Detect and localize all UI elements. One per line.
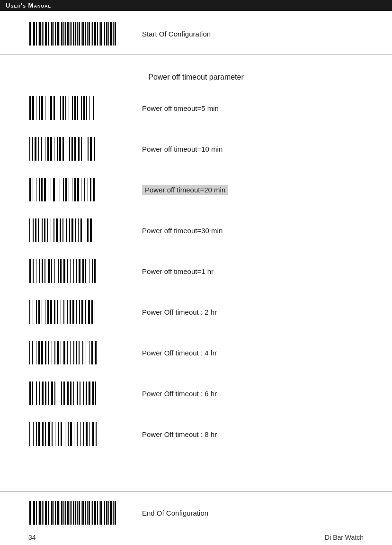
svg-rect-99 xyxy=(63,178,64,201)
svg-rect-251 xyxy=(48,501,49,525)
svg-rect-198 xyxy=(29,382,31,405)
svg-rect-13 xyxy=(55,22,56,45)
svg-rect-127 xyxy=(80,218,82,242)
section-title: Power off timeout parameter xyxy=(28,73,364,82)
svg-rect-88 xyxy=(29,178,31,201)
svg-rect-158 xyxy=(42,300,42,324)
svg-rect-174 xyxy=(91,300,93,324)
svg-rect-184 xyxy=(54,341,55,364)
barcode-container-2 xyxy=(28,135,123,163)
svg-rect-279 xyxy=(103,501,103,525)
svg-rect-236 xyxy=(80,422,81,446)
svg-rect-119 xyxy=(56,218,58,242)
svg-rect-166 xyxy=(67,300,68,324)
svg-rect-205 xyxy=(51,382,53,405)
svg-rect-140 xyxy=(54,259,55,283)
svg-rect-214 xyxy=(80,382,80,405)
svg-rect-114 xyxy=(42,218,43,242)
svg-rect-172 xyxy=(85,300,86,324)
svg-rect-10 xyxy=(50,22,50,45)
svg-rect-124 xyxy=(71,218,73,242)
header-bar: User's Manual xyxy=(0,0,392,11)
svg-rect-199 xyxy=(32,382,33,405)
barcode-row: Power off timeout=10 min xyxy=(28,131,364,167)
svg-rect-112 xyxy=(35,218,36,242)
svg-rect-265 xyxy=(75,501,76,525)
svg-rect-47 xyxy=(39,96,40,120)
svg-rect-274 xyxy=(92,501,93,525)
barcode-container-7 xyxy=(28,338,123,367)
svg-rect-52 xyxy=(53,96,55,120)
svg-rect-194 xyxy=(86,341,86,364)
svg-rect-122 xyxy=(66,218,67,242)
barcode-label-1: Power off timeout=5 min xyxy=(142,104,219,112)
svg-rect-171 xyxy=(81,300,83,324)
svg-rect-278 xyxy=(100,501,102,525)
svg-rect-21 xyxy=(71,22,72,45)
svg-rect-143 xyxy=(63,259,65,283)
svg-rect-29 xyxy=(87,22,88,45)
svg-rect-226 xyxy=(48,422,50,446)
svg-rect-220 xyxy=(29,422,30,446)
svg-rect-87 xyxy=(94,137,95,161)
svg-rect-242 xyxy=(29,501,31,525)
barcode-label-8: Power Off timeout : 6 hr xyxy=(142,390,217,398)
svg-rect-219 xyxy=(95,382,96,405)
svg-rect-248 xyxy=(42,501,43,525)
svg-rect-283 xyxy=(110,501,112,525)
svg-rect-0 xyxy=(29,22,31,45)
svg-rect-234 xyxy=(74,422,74,446)
svg-rect-14 xyxy=(57,22,59,45)
svg-rect-62 xyxy=(83,96,85,120)
svg-rect-94 xyxy=(48,178,48,201)
svg-rect-116 xyxy=(47,218,48,242)
svg-rect-275 xyxy=(94,501,96,525)
svg-rect-63 xyxy=(86,96,87,120)
svg-rect-246 xyxy=(38,501,38,525)
svg-rect-60 xyxy=(77,96,78,120)
svg-rect-155 xyxy=(33,300,33,324)
svg-rect-74 xyxy=(54,137,54,161)
svg-rect-123 xyxy=(69,218,70,242)
svg-rect-189 xyxy=(70,341,71,364)
svg-rect-263 xyxy=(71,501,72,525)
svg-rect-280 xyxy=(104,501,105,525)
barcode-label-9: Power Off timeout : 8 hr xyxy=(142,430,217,438)
svg-rect-65 xyxy=(93,96,94,120)
svg-rect-268 xyxy=(81,501,81,525)
svg-rect-40 xyxy=(108,22,109,45)
svg-rect-231 xyxy=(65,422,65,446)
svg-rect-113 xyxy=(38,218,39,242)
svg-rect-134 xyxy=(36,259,36,283)
svg-rect-257 xyxy=(60,501,60,525)
svg-rect-186 xyxy=(61,341,61,364)
svg-rect-136 xyxy=(42,259,43,283)
svg-rect-75 xyxy=(57,137,58,161)
svg-rect-64 xyxy=(89,96,90,120)
svg-rect-70 xyxy=(41,137,42,161)
svg-rect-7 xyxy=(44,22,44,45)
svg-rect-137 xyxy=(45,259,45,283)
svg-rect-82 xyxy=(78,137,80,161)
footer-section: End Of Configuration 34 Di Bar Watch xyxy=(0,491,392,545)
svg-rect-266 xyxy=(77,501,78,525)
svg-rect-222 xyxy=(36,422,37,446)
svg-rect-39 xyxy=(106,22,107,45)
barcode-container-5 xyxy=(28,257,123,285)
svg-rect-51 xyxy=(50,96,52,120)
svg-rect-138 xyxy=(48,259,50,283)
svg-rect-164 xyxy=(61,300,61,324)
svg-rect-207 xyxy=(58,382,58,405)
svg-rect-208 xyxy=(61,382,62,405)
svg-rect-89 xyxy=(33,178,33,201)
svg-rect-190 xyxy=(73,341,74,364)
svg-rect-163 xyxy=(57,300,58,324)
svg-rect-193 xyxy=(82,341,83,364)
svg-rect-117 xyxy=(51,218,51,242)
svg-rect-173 xyxy=(88,300,90,324)
svg-rect-108 xyxy=(90,178,91,201)
barcode-label-5: Power off timeout=1 hr xyxy=(142,267,214,275)
svg-rect-77 xyxy=(62,137,64,161)
svg-rect-285 xyxy=(115,501,116,525)
svg-rect-178 xyxy=(36,341,36,364)
